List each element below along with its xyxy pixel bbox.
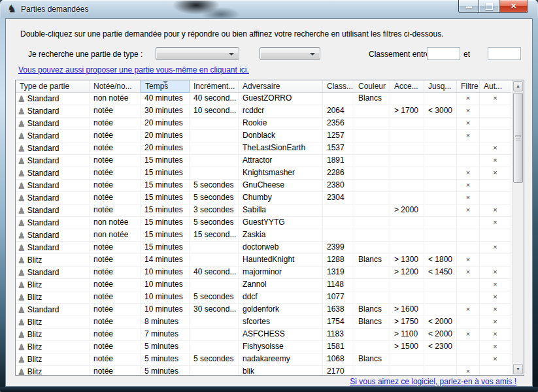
cell-until [424,279,457,291]
scroll-down-button[interactable]: ▼ [513,364,523,374]
cell-filter [457,155,480,167]
table-row[interactable]: ♟Standard notée 15 minutes 3 secondes Sa… [16,204,511,217]
cell-increment [190,279,239,291]
cell-increment [190,142,239,155]
cell-rated: notée [90,341,141,353]
header-opponent[interactable]: Adversaire [239,80,323,93]
cell-increment [190,254,239,267]
cell-until [424,204,457,217]
table-row[interactable]: ♟Blitz notée 14 minutes HauntedKnight 12… [16,254,511,267]
cell-rated: notée [90,254,141,267]
header-color[interactable]: Couleur [354,80,390,93]
share-link[interactable]: Si vous aimez ce logiciel, parlez-en à v… [350,377,516,386]
table-row[interactable]: ♟Blitz notée 5 minutes blik 2170 × [16,366,511,375]
scrollbar-thumb[interactable] [513,93,523,183]
table-row[interactable]: ♟Standard non notée 15 minutes 5 seconde… [16,217,511,229]
header-filter[interactable]: Filtre [457,80,480,93]
game-subtype-select[interactable] [260,47,320,60]
chess-piece-icon: ♟ [18,157,25,165]
table-row[interactable]: ♟Standard notée 30 minutes 10 second... … [16,105,511,118]
cell-rating: 1077 [323,291,354,304]
chess-piece-icon: ♟ [18,169,25,178]
cell-until [424,217,457,229]
table-row[interactable]: ♟Standard notée 20 minutes Rookie 2356 × [16,118,511,130]
maximize-button[interactable] [479,0,499,13]
cell-rated: notée [90,105,141,118]
table-row[interactable]: ♟Standard notée 15 minutes Knightsmasher… [16,167,511,180]
table-row[interactable]: ♟Standard notée 15 minutes 5 secondes Gn… [16,180,511,192]
title-bar[interactable]: ♞ Parties demandées ✕ [0,0,538,18]
chess-piece-icon: ♟ [18,231,25,240]
header-accept[interactable]: Acce... [390,80,424,93]
header-rated[interactable]: Notée/no... [90,80,141,93]
close-button[interactable]: ✕ [499,0,528,13]
cell-filter [457,353,480,366]
cell-opponent: Fishysoisse [239,341,323,353]
cell-auto: × [480,316,511,329]
cell-auto: × [480,329,511,341]
chess-piece-icon: ♟ [18,107,25,116]
scroll-up-button[interactable]: ▲ [513,81,523,91]
cell-filter: × [457,180,480,192]
cell-rating: 1537 [323,142,354,155]
cell-color [354,130,390,142]
table-row[interactable]: ♟Blitz notée 7 minutes ASFCHESS 1183 > 1… [16,329,511,341]
table-row[interactable]: ♟Standard notée 15 minutes 5 secondes Ch… [16,192,511,204]
cell-type: ♟Standard [16,130,90,142]
table-row[interactable]: ♟Blitz notée 10 minutes 5 secondes ddcf … [16,291,511,304]
table-row[interactable]: ♟Standard notée 20 minutes Donblack 1257… [16,130,511,142]
cell-rating [323,93,354,105]
cell-increment [190,366,239,375]
header-rating[interactable]: Class... [323,80,354,93]
header-increment[interactable]: Incrément... [190,80,239,93]
cell-auto: × [480,267,511,279]
cell-type: ♟Blitz [16,291,90,304]
table-row[interactable]: ♟Standard notée 15 minutes doctorweb 239… [16,242,511,254]
chess-piece-icon: ♟ [18,194,25,203]
cell-accept [390,229,424,242]
table-row[interactable]: ♟Standard notée 20 minutes TheLastSionEa… [16,142,511,155]
header-auto[interactable]: Aut... [480,80,511,93]
table-row[interactable]: ♟Standard non notée 40 minutes 40 second… [16,93,511,105]
cell-filter: × [457,204,480,217]
header-type[interactable]: Type de partie [16,80,90,93]
table-row[interactable]: ♟Standard notée 15 minutes Attractor 189… [16,155,511,167]
cell-increment: 30 second... [190,304,239,316]
rating-max-input[interactable] [488,47,521,60]
game-type-select[interactable] [156,47,239,60]
vertical-scrollbar[interactable]: ▲ ▼ [512,80,524,375]
cell-accept: > 1700 [390,105,424,118]
table-row[interactable]: ♟Blitz notée 5 minutes Fishysoisse 1581 … [16,341,511,353]
cell-accept [390,217,424,229]
table-row[interactable]: ♟Standard non notée 15 minutes 15 second… [16,229,511,242]
header-time-sorted[interactable]: Temps [141,80,190,93]
cell-opponent: Zaskia [239,229,323,242]
table-row[interactable]: ♟Blitz notée 5 minutes 5 secondes nadaka… [16,353,511,366]
rating-min-input[interactable] [427,47,460,60]
chevron-down-icon [229,53,234,56]
cell-rating [323,204,354,217]
cell-until [424,142,457,155]
propose-game-link[interactable]: Vous pouvez aussi proposer une partie vo… [18,65,249,74]
cell-rated: notée [90,291,141,304]
table-row[interactable]: ♟Standard notée 10 minutes 40 second... … [16,267,511,279]
table-row[interactable]: ♟Standard notée 10 minutes 30 second... … [16,304,511,316]
cell-rated: notée [90,130,141,142]
header-until[interactable]: Jusq... [424,80,457,93]
cell-accept [390,242,424,254]
cell-opponent: sfcortes [239,316,323,329]
table-row[interactable]: ♟Blitz notée 8 minutes sfcortes 1754 Bla… [16,316,511,329]
cell-increment: 5 secondes [190,353,239,366]
cell-accept: > 2000 [390,204,424,217]
cell-time: 15 minutes [141,242,190,254]
cell-auto: × [480,242,511,254]
cell-opponent: Zannol [239,279,323,291]
minimize-button[interactable] [458,0,479,13]
cell-filter: × [457,93,480,105]
cell-increment [190,155,239,167]
cell-until [424,192,457,204]
table-row[interactable]: ♟Blitz notée 10 minutes Zannol 1148 × [16,279,511,291]
app-chess-icon: ♞ [7,3,16,15]
cell-opponent: rcddcr [239,105,323,118]
cell-accept [390,180,424,192]
